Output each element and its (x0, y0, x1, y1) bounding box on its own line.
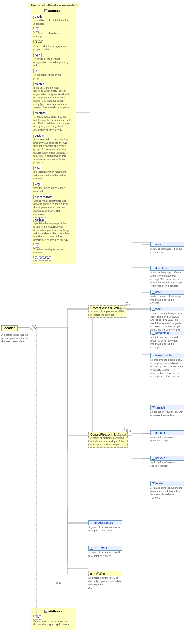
geo-area-details-node: + geoAreaDetails A group of properties s… (88, 520, 122, 532)
name-plus-icon: + (152, 243, 155, 246)
how-desc: Indicates by which means the value was e… (33, 170, 70, 180)
dir-desc: The directionality of textual content. (33, 248, 70, 254)
name-desc: A natural language name for the concept. (150, 247, 184, 254)
hierarchy-info-label: hierarchyInfo (155, 354, 172, 357)
attr-role: role Refinement of the semantics of the … (33, 615, 73, 626)
concept-def-group-multiplicity: 0..∞ (124, 301, 128, 304)
hierarchy-info-node: + hierarchyInfo Represents the position … (150, 353, 184, 378)
qcode-label: qcode (35, 15, 42, 18)
definition-desc: A natural language definition of the sem… (150, 271, 184, 288)
why-label: why (35, 183, 40, 186)
attr-pubconstraint: pubconstraint One or many constraints th… (33, 195, 73, 216)
attr-creator: creator If the attribute is empty, speci… (33, 82, 73, 109)
related-label: related (155, 482, 164, 485)
attr-type: type The type of the concept assigned as… (33, 53, 73, 67)
related-node: + related A related concept, where the r… (150, 481, 184, 500)
pubconstraint-label: pubconstraint (35, 196, 52, 199)
attr-how: how Indicates by which means the value w… (33, 166, 73, 180)
why-desc: Why the metadata has been included. (33, 187, 70, 193)
dir-label: dir (35, 244, 38, 247)
uri-desc: A URI which identifies a concept. (33, 32, 70, 38)
custom-desc: If set to true the corresponding propert… (33, 138, 70, 165)
any-other-bottom-desc: Extension point for provider-defined pro… (88, 576, 122, 586)
any-other-label: any ##other (35, 257, 50, 260)
poi-label: POIDetails (94, 547, 107, 550)
concept-rel-group-multiplicity: 0..∞ (124, 428, 128, 430)
location-description: A location (geographical area or point o… (1, 333, 29, 343)
how-label: how (35, 167, 40, 170)
name-node: + name A natural language name for the c… (150, 242, 184, 254)
attr-id: id The local identifier of the property. (33, 69, 73, 80)
narrower-label: narrower (155, 457, 166, 460)
remote-info-plus-icon: + (152, 332, 155, 335)
creator-label: creator (35, 82, 44, 86)
attributes-label: attributes (48, 9, 62, 12)
poi-details-node: + POIDetails A group of properties speci… (88, 546, 122, 558)
pubconstraint-desc: One or many constraints that apply to pu… (33, 199, 70, 216)
poi-desc: A group of properties specific to a poin… (88, 551, 122, 558)
xmllang-label: xmllang (35, 218, 44, 221)
same-as-desc: An identifier of a concept with equivale… (150, 410, 184, 417)
attr-why: why Why the metadata has been included. (33, 182, 73, 193)
broader-desc: An identifier of a more generic concept. (150, 436, 184, 442)
geo-area-label: geoAreaDetails (94, 521, 113, 524)
note-plus-icon: + (152, 291, 155, 294)
attr-modified: modified The date (and, optionally, the … (33, 111, 73, 132)
concept-relationships-group-label: ConceptRelationshipsGroup (90, 433, 126, 436)
hierarchy-info-plus-icon: + (152, 354, 155, 357)
attr-literal: literal A free-text value assigned as pr… (33, 40, 73, 51)
name-label: name (155, 243, 162, 246)
attr-any-other: any ##other (33, 256, 73, 261)
qcode-desc: A qualified code which identifies a conc… (33, 19, 70, 26)
attr-xmllang: xmllang Specifies the language of this p… (33, 217, 73, 242)
note-label: note (155, 291, 161, 294)
narrower-node: + narrower An identifier of a more speci… (150, 456, 184, 468)
creator-desc: If the attribute is empty, specifies whi… (33, 86, 70, 109)
facet-plus-icon: + (152, 308, 155, 311)
hierarchy-info-desc: Represents the position of a concept in … (150, 358, 184, 378)
attributes-collapse-icon[interactable]: − (44, 9, 47, 12)
same-as-label: sameAs (155, 406, 165, 409)
related-desc: A related concept, where the relationshi… (150, 486, 184, 500)
diamond-connector (29, 325, 35, 331)
bottom-attributes-container: − attributes role Refinement of the sema… (31, 608, 76, 630)
role-desc: Refinement of the semantics of the locat… (33, 620, 70, 626)
same-as-node: + sameAs An identifier of a concept with… (150, 405, 184, 417)
concept-definition-group-label: ConceptDefinitionGroup (90, 306, 121, 309)
poi-plus-icon: + (90, 547, 93, 550)
concept-relationships-group-desc: A group of properties required to indica… (90, 437, 124, 446)
facet-label: facet (155, 308, 162, 311)
any-other-bottom-node: any ##other Extension point for provider… (88, 571, 122, 590)
definition-node: + definition A natural language definiti… (150, 266, 184, 288)
id-desc: The local identifier of the property. (33, 73, 70, 80)
location-box: location (1, 325, 18, 331)
remote-info-node: + remoteInfo A link to an item or a web … (150, 331, 184, 349)
svg-text:0..∞: 0..∞ (56, 582, 61, 584)
any-other-bottom-label: any ##other (90, 572, 105, 575)
title-text: FlexLocationPropType (extension) (31, 4, 78, 7)
broader-label: broader (155, 431, 165, 434)
type-label: type (35, 53, 40, 57)
id-label: id (35, 69, 37, 73)
attr-custom: custom If set to true the corresponding … (33, 134, 73, 165)
custom-label: custom (35, 134, 44, 137)
xmllang-desc: Specifies the language of this property … (33, 222, 70, 242)
modified-label: modified (35, 111, 46, 115)
broader-plus-icon: + (152, 432, 155, 434)
role-label: role (35, 616, 40, 619)
geo-area-plus-icon: + (90, 522, 93, 524)
bottom-attributes-collapse-icon: − (44, 610, 47, 613)
remote-info-desc: A link to an item or a web resource whic… (150, 336, 184, 349)
definition-plus-icon: + (152, 267, 155, 270)
geo-area-desc: A group of properties specific to a geop… (88, 526, 122, 532)
concept-definition-group-desc: A group of properties required to define… (90, 310, 124, 317)
bottom-attributes-header: − attributes (33, 610, 73, 613)
attr-qcode: qcode A qualified code which identifies … (33, 15, 73, 26)
note-desc: Additional natural language information … (150, 295, 184, 305)
attr-dir: dir The directionality of textual conten… (33, 243, 73, 254)
type-desc: The type of the concept assigned as cont… (33, 57, 70, 67)
broader-node: + broader An identifier of a more generi… (150, 430, 184, 442)
literal-desc: A free-text value assigned as property v… (33, 45, 70, 51)
remote-info-label: remoteInfo (155, 331, 169, 335)
attributes-header: − attributes (33, 9, 73, 12)
